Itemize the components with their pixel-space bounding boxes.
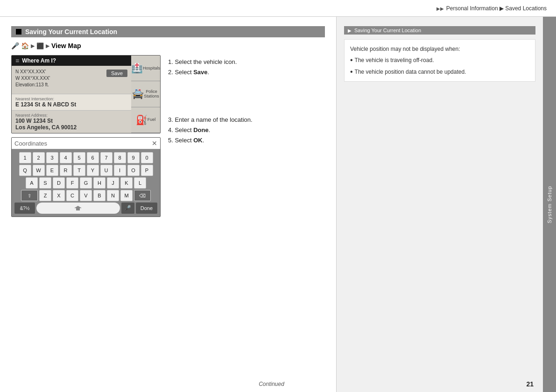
step2: 2. Select Save. [168, 67, 253, 77]
nav-screen: ≡ Where Am I? Save N XX°XX.XXX' W XXX°XX… [11, 55, 161, 133]
save-button[interactable]: Save [106, 70, 127, 77]
breadcrumb-part1: Personal Information [446, 5, 498, 12]
key-v[interactable]: V [80, 190, 92, 201]
bullet-item-2: • The vehicle position data cannot be up… [350, 67, 529, 77]
bullet-icon-2: • [350, 67, 353, 76]
step2-bold: Save [193, 69, 207, 76]
breadcrumb-part2: Saved Locations [505, 5, 547, 12]
footer: Continued 21 [0, 381, 543, 387]
nearest-intersection-label: Nearest Intersection: [15, 97, 127, 101]
fuel-btn[interactable]: ⛽ Fuel [131, 107, 160, 133]
instructions-col: 1. Select the vehicle icon. 2. Select Sa… [161, 55, 253, 146]
key-5[interactable]: 5 [73, 152, 85, 163]
nav-screen-top: ≡ Where Am I? Save N XX°XX.XXX' W XXX°XX… [12, 56, 160, 133]
path-arrow2: ▶ [46, 43, 49, 49]
key-m[interactable]: M [120, 190, 133, 201]
nav-icon: ⬛ [36, 42, 44, 49]
key-i[interactable]: I [114, 165, 126, 176]
key-g[interactable]: G [80, 177, 92, 189]
key-n[interactable]: N [107, 190, 119, 201]
bullet-item-1: • The vehicle is traveling off-road. [350, 56, 529, 65]
key-s[interactable]: S [39, 177, 51, 189]
footer-continued: Continued [259, 381, 284, 387]
path-arrow1: ▶ [31, 43, 35, 49]
step3: 3. Enter a name of the location. [168, 115, 253, 125]
key-p[interactable]: P [141, 165, 153, 176]
key-o[interactable]: O [127, 165, 140, 176]
key-t[interactable]: T [73, 165, 85, 176]
key-r[interactable]: R [60, 165, 72, 176]
key-9[interactable]: 9 [127, 152, 140, 163]
step4-prefix: 4. Select [168, 126, 193, 133]
mic-icon: 🎤 [11, 42, 19, 49]
key-f[interactable]: F [66, 177, 78, 189]
keyboard-input-text: Coordinates [14, 140, 152, 147]
screens-and-instructions: ≡ Where Am I? Save N XX°XX.XXX' W XXX°XX… [11, 55, 325, 217]
keyboard-screen: Coordinates ✕ 1 2 3 4 5 6 7 [11, 137, 161, 217]
asdf-row: A S D F G H J K L [14, 177, 158, 189]
section-title-bar: Saving Your Current Location [11, 26, 325, 37]
key-a[interactable]: A [26, 177, 38, 189]
done-key[interactable]: Done [136, 203, 157, 214]
key-8[interactable]: 8 [114, 152, 126, 163]
footer-page: 21 [526, 380, 534, 388]
shift-key[interactable]: ⇧ [21, 190, 38, 201]
path-label: View Map [51, 42, 81, 49]
number-row: 1 2 3 4 5 6 7 8 9 0 [14, 152, 158, 163]
key-w[interactable]: W [33, 165, 45, 176]
key-6[interactable]: 6 [87, 152, 99, 163]
key-0[interactable]: 0 [141, 152, 153, 163]
key-u[interactable]: U [100, 165, 113, 176]
bullet-text-2: The vehicle position data cannot be upda… [355, 67, 466, 77]
key-e[interactable]: E [46, 165, 58, 176]
key-h[interactable]: H [93, 177, 106, 189]
key-q[interactable]: Q [19, 165, 31, 176]
keyboard-close-icon[interactable]: ✕ [152, 140, 157, 147]
key-l[interactable]: L [134, 177, 146, 189]
key-1[interactable]: 1 [19, 152, 31, 163]
right-panel-content: Vehicle position may not be displayed wh… [344, 39, 535, 82]
key-x[interactable]: X [53, 190, 65, 201]
right-panel-intro: Vehicle position may not be displayed wh… [350, 44, 529, 54]
breadcrumb-bar: ▶▶ Personal Information ▶ Saved Location… [0, 0, 556, 17]
hospitals-btn[interactable]: 🏥 Hospitals [131, 56, 160, 81]
key-d[interactable]: D [53, 177, 65, 189]
key-z[interactable]: Z [39, 190, 51, 201]
key-4[interactable]: 4 [60, 152, 72, 163]
chevron-icon: ▶ [348, 28, 352, 33]
nearest-address-label: Nearest Address: [15, 113, 127, 118]
step5-suffix: . [203, 137, 204, 144]
backspace-key[interactable]: ⌫ [134, 190, 151, 201]
symbols-key[interactable]: &?½ [14, 203, 35, 214]
menu-icon: ≡ [15, 57, 19, 64]
mic-key[interactable]: 🎤 [121, 203, 134, 214]
space-key[interactable] [36, 203, 120, 214]
nearest-address-value: 100 W 1234 St Los Angeles, CA 90012 [15, 118, 127, 131]
spacer1 [168, 77, 253, 115]
key-k[interactable]: K [120, 177, 133, 189]
path-row: 🎤 🏠 ▶ ⬛ ▶ View Map [11, 42, 325, 49]
black-square-icon [16, 29, 21, 35]
zxcv-row: ⇧ Z X C V B N M ⌫ [14, 190, 158, 201]
key-2[interactable]: 2 [33, 152, 45, 163]
nav-screen-main: ≡ Where Am I? Save N XX°XX.XXX' W XXX°XX… [12, 56, 131, 133]
home-icon: 🏠 [21, 42, 29, 49]
left-column: Saving Your Current Location 🎤 🏠 ▶ ⬛ ▶ V… [0, 17, 336, 392]
key-c[interactable]: C [66, 190, 78, 201]
key-7[interactable]: 7 [100, 152, 113, 163]
police-btn[interactable]: 🚔 Police Stations [131, 81, 160, 107]
key-b[interactable]: B [93, 190, 106, 201]
nav-header-title: Where Am I? [22, 57, 56, 64]
screens-col: ≡ Where Am I? Save N XX°XX.XXX' W XXX°XX… [11, 55, 161, 217]
step1: 1. Select the vehicle icon. [168, 57, 253, 67]
breadcrumb-arrows: ▶▶ [436, 6, 444, 11]
step4-suffix: . [209, 126, 211, 133]
nav-header: ≡ Where Am I? [12, 56, 131, 66]
key-3[interactable]: 3 [46, 152, 58, 163]
bullet-text-1: The vehicle is traveling off-road. [355, 56, 434, 65]
nav-address: Nearest Address: 100 W 1234 St Los Angel… [12, 110, 131, 133]
key-j[interactable]: J [107, 177, 119, 189]
key-y[interactable]: Y [87, 165, 99, 176]
step2-prefix: 2. Select [168, 69, 193, 76]
step5: 5. Select OK. [168, 135, 253, 146]
